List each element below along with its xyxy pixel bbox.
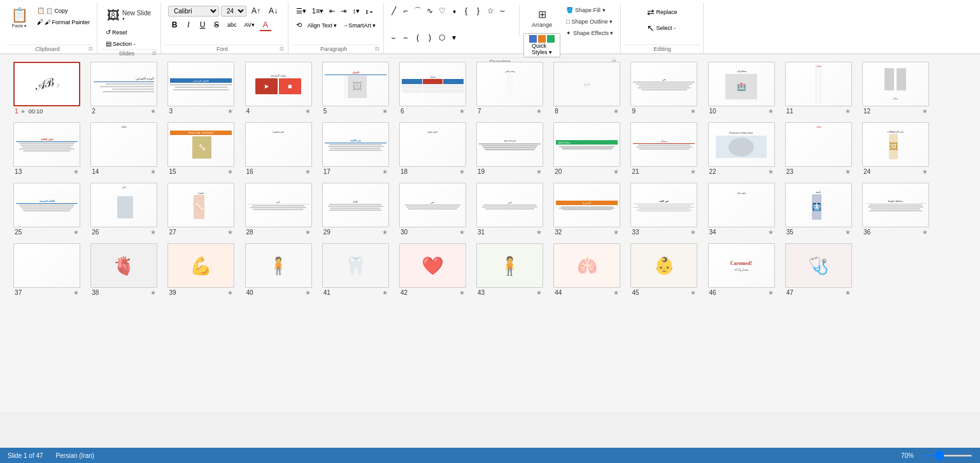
slide-thumb-19[interactable]: شريحة نصية (476, 122, 543, 167)
slide-item-39[interactable]: 💪 39 ★ (164, 242, 238, 297)
slide-item-10[interactable]: سيتاغراف 🏥 10 ★ (704, 61, 778, 116)
line-shape[interactable]: ╱ (388, 5, 399, 17)
underline-button[interactable]: U (196, 19, 209, 31)
slide-thumb-27[interactable]: صورة 🦴 (167, 183, 234, 227)
shape-fill-button[interactable]: 🪣Shape Fill ▾ (563, 5, 609, 15)
reset-button[interactable]: ↺ Reset (103, 27, 131, 38)
columns-button[interactable]: ⫾▾ (363, 6, 376, 17)
slide-item-23[interactable]: عنوان 23 ★ (781, 121, 856, 176)
more-shapes[interactable]: ▾ (448, 32, 460, 43)
slide-item-3[interactable]: العنوان الرئيسي 3 ★ (164, 61, 238, 116)
slide-item-31[interactable]: نص 31 ★ (472, 182, 547, 237)
slide-item-13[interactable]: عنوان القائمة 13 ★ (10, 121, 84, 176)
slide-item-34[interactable]: صور بنية 34 ★ (704, 182, 778, 237)
brace2-shape[interactable]: ) (424, 32, 436, 43)
slide-thumb-2[interactable]: الوجه الانساني (90, 62, 157, 106)
heart-shape[interactable]: ♡ (436, 5, 448, 17)
slide-thumb-6[interactable]: جدول (399, 62, 466, 106)
slide-thumb-21[interactable]: مسائل (630, 122, 697, 167)
slide-thumb-34[interactable]: صور بنية (708, 183, 775, 227)
slide-thumb-32[interactable]: التشريح (553, 183, 620, 227)
slide-item-4[interactable]: عنوان الشريحة ▶ ◼ 4 ★ (241, 61, 315, 116)
slide-item-44[interactable]: 🫁 44 ★ (550, 242, 624, 297)
decrease-indent-button[interactable]: ⇤ (327, 5, 337, 17)
clipboard-expand[interactable]: ⊡ (89, 46, 93, 52)
slide-thumb-9[interactable]: نص (630, 62, 697, 106)
slide-thumb-35[interactable]: أشعة 🩻 (785, 183, 852, 227)
diamond-shape[interactable]: ⬧ (448, 5, 460, 17)
slide-thumb-33[interactable]: نص كثيف (630, 183, 697, 227)
slide-thumb-17[interactable]: نص القائمة (322, 122, 389, 167)
slide-item-18[interactable]: صور ونص 18 ★ (395, 121, 470, 176)
slide-thumb-30[interactable]: نص (399, 183, 466, 227)
slide-item-27[interactable]: صورة 🦴 27 ★ (164, 182, 238, 237)
slide-item-26[interactable]: نص 26 ★ (87, 182, 161, 237)
half-arc-shape[interactable]: ⌢ (400, 32, 411, 43)
slide-thumb-31[interactable]: نص (476, 183, 543, 227)
shadow-button[interactable]: abc (224, 20, 240, 29)
wave-shape[interactable]: ⌣ (388, 32, 399, 43)
slide-thumb-24[interactable]: نص بالمخططات 🖼 (862, 122, 929, 167)
slide-item-7[interactable]: رسم بياني 7 ★ (472, 61, 547, 116)
shape-effects-button[interactable]: ✦Shape Effects ▾ (563, 28, 616, 38)
quick-styles-button[interactable]: QuickStyles ▾ (523, 33, 560, 57)
strikethrough-button[interactable]: S (210, 19, 223, 31)
slide-thumb-38[interactable]: 🫀 (90, 243, 157, 288)
slide-item-9[interactable]: نص 9 ★ (627, 61, 701, 116)
slide-thumb-37[interactable] (13, 243, 80, 288)
font-size-select[interactable]: 24 (221, 6, 246, 17)
slide-item-47[interactable]: 🩺 47 ★ (781, 242, 856, 297)
slide-item-22[interactable]: Features of the bone 22 ★ (704, 121, 778, 176)
slide-thumb-11[interactable]: عنوان (785, 62, 852, 106)
slide-thumb-23[interactable]: عنوان (785, 122, 852, 167)
slide-thumb-41[interactable]: 🦷 (322, 243, 389, 288)
slide-item-21[interactable]: مسائل 21 ★ (627, 121, 701, 176)
squiggle-shape[interactable]: ～ (497, 5, 508, 17)
slide-item-2[interactable]: الوجه الانساني 2 ★ (87, 61, 161, 116)
font-color-button[interactable]: A (259, 18, 272, 31)
arrange-button[interactable]: ⊞ Arrange (527, 5, 557, 31)
slide-thumb-43[interactable]: 🧍 (476, 243, 543, 288)
slide-item-12[interactable]: شكل 12 ★ (858, 61, 933, 116)
curve-shape[interactable]: ∿ (424, 5, 436, 17)
numbering-button[interactable]: 1≡▾ (309, 5, 327, 17)
slide-item-25[interactable]: القائمة الرئيسية 25 ★ (10, 182, 84, 237)
bullets-button[interactable]: ☰▾ (294, 5, 309, 17)
slide-item-43[interactable]: 🧍 43 ★ (472, 242, 547, 297)
slide-item-40[interactable]: 🧍 40 ★ (241, 242, 315, 297)
slide-thumb-16[interactable]: نص وصورة (245, 122, 312, 167)
slide-thumb-4[interactable]: عنوان الشريحة ▶ ◼ (245, 62, 312, 106)
chevron-shape[interactable]: ⬡ (436, 32, 448, 43)
slide-item-41[interactable]: 🦷 41 ★ (318, 242, 393, 297)
shape-outline-button[interactable]: □Shape Outline ▾ (563, 17, 616, 27)
slide-item-32[interactable]: التشريح 32 ★ (550, 182, 624, 237)
slide-thumb-46[interactable]: Caromed! شعار وكالة (708, 243, 775, 288)
align-text-button[interactable]: Align Text ▾ (305, 20, 339, 31)
slide-thumb-20[interactable]: سطح العظام (553, 122, 620, 167)
font-name-select[interactable]: Calibri (168, 6, 219, 17)
slide-item-1[interactable]: 𝒜ℬ ☽ 1 ★ 00:10 (10, 61, 84, 116)
smartart-button[interactable]: →SmartArt ▾ (340, 20, 378, 31)
slide-thumb-45[interactable]: 👶 (630, 243, 697, 288)
slide-item-14[interactable]: عنوان 14 ★ (87, 121, 161, 176)
slide-item-29[interactable]: قائمة 29 ★ (318, 182, 393, 237)
slide-thumb-39[interactable]: 💪 (167, 243, 234, 288)
slide-item-16[interactable]: نص وصورة 16 ★ (241, 121, 315, 176)
italic-button[interactable]: I (182, 19, 195, 31)
slide-item-11[interactable]: عنوان 11 ★ (781, 61, 856, 116)
text-dir-button[interactable]: ⟲ (294, 19, 304, 31)
slide-item-35[interactable]: أشعة 🩻 35 ★ (781, 182, 856, 237)
slide-item-42[interactable]: ❤️ 42 ★ (395, 242, 470, 297)
slide-item-45[interactable]: 👶 45 ★ (627, 242, 701, 297)
slide-item-19[interactable]: شريحة نصية 19 ★ (472, 121, 547, 176)
arc-shape[interactable]: ⌒ (412, 5, 423, 17)
slide-thumb-40[interactable]: 🧍 (245, 243, 312, 288)
slide-thumb-13[interactable]: عنوان القائمة (13, 122, 80, 167)
slide-item-24[interactable]: نص بالمخططات 🖼 24 ★ (858, 121, 933, 176)
slide-thumb-22[interactable]: Features of the bone (708, 122, 775, 167)
replace-button[interactable]: ⇄ Replace (643, 5, 681, 19)
slides-expand[interactable]: ⊡ (152, 50, 157, 57)
slide-item-30[interactable]: نص 30 ★ (395, 182, 470, 237)
copy-button[interactable]: 📋 📋 Copy (34, 5, 93, 16)
slide-item-38[interactable]: 🫀 38 ★ (87, 242, 161, 297)
